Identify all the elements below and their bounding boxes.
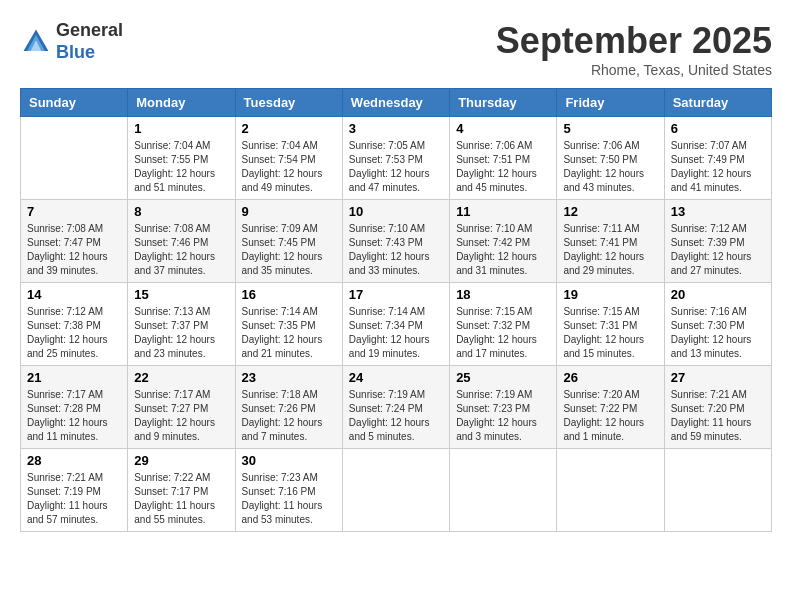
calendar-cell bbox=[342, 449, 449, 532]
day-number: 26 bbox=[563, 370, 657, 385]
calendar-cell: 22Sunrise: 7:17 AMSunset: 7:27 PMDayligh… bbox=[128, 366, 235, 449]
logo-general-text: General bbox=[56, 20, 123, 40]
day-number: 27 bbox=[671, 370, 765, 385]
day-info: Sunrise: 7:06 AMSunset: 7:51 PMDaylight:… bbox=[456, 139, 550, 195]
logo: General Blue bbox=[20, 20, 123, 63]
calendar-cell: 13Sunrise: 7:12 AMSunset: 7:39 PMDayligh… bbox=[664, 200, 771, 283]
day-number: 20 bbox=[671, 287, 765, 302]
calendar-cell: 8Sunrise: 7:08 AMSunset: 7:46 PMDaylight… bbox=[128, 200, 235, 283]
logo-blue-text: Blue bbox=[56, 42, 95, 62]
day-info: Sunrise: 7:10 AMSunset: 7:43 PMDaylight:… bbox=[349, 222, 443, 278]
weekday-header: Wednesday bbox=[342, 89, 449, 117]
calendar-cell: 14Sunrise: 7:12 AMSunset: 7:38 PMDayligh… bbox=[21, 283, 128, 366]
calendar-table: SundayMondayTuesdayWednesdayThursdayFrid… bbox=[20, 88, 772, 532]
day-info: Sunrise: 7:11 AMSunset: 7:41 PMDaylight:… bbox=[563, 222, 657, 278]
day-number: 2 bbox=[242, 121, 336, 136]
day-info: Sunrise: 7:15 AMSunset: 7:32 PMDaylight:… bbox=[456, 305, 550, 361]
day-info: Sunrise: 7:08 AMSunset: 7:46 PMDaylight:… bbox=[134, 222, 228, 278]
day-info: Sunrise: 7:21 AMSunset: 7:19 PMDaylight:… bbox=[27, 471, 121, 527]
title-block: September 2025 Rhome, Texas, United Stat… bbox=[496, 20, 772, 78]
calendar-cell: 19Sunrise: 7:15 AMSunset: 7:31 PMDayligh… bbox=[557, 283, 664, 366]
day-info: Sunrise: 7:04 AMSunset: 7:54 PMDaylight:… bbox=[242, 139, 336, 195]
calendar-cell: 25Sunrise: 7:19 AMSunset: 7:23 PMDayligh… bbox=[450, 366, 557, 449]
day-number: 24 bbox=[349, 370, 443, 385]
day-number: 1 bbox=[134, 121, 228, 136]
calendar-cell: 10Sunrise: 7:10 AMSunset: 7:43 PMDayligh… bbox=[342, 200, 449, 283]
logo-icon bbox=[20, 26, 52, 58]
calendar-cell: 16Sunrise: 7:14 AMSunset: 7:35 PMDayligh… bbox=[235, 283, 342, 366]
day-info: Sunrise: 7:20 AMSunset: 7:22 PMDaylight:… bbox=[563, 388, 657, 444]
day-number: 12 bbox=[563, 204, 657, 219]
day-number: 28 bbox=[27, 453, 121, 468]
day-number: 10 bbox=[349, 204, 443, 219]
calendar-cell: 27Sunrise: 7:21 AMSunset: 7:20 PMDayligh… bbox=[664, 366, 771, 449]
calendar-week-row: 28Sunrise: 7:21 AMSunset: 7:19 PMDayligh… bbox=[21, 449, 772, 532]
day-number: 11 bbox=[456, 204, 550, 219]
calendar-cell: 9Sunrise: 7:09 AMSunset: 7:45 PMDaylight… bbox=[235, 200, 342, 283]
day-number: 16 bbox=[242, 287, 336, 302]
day-info: Sunrise: 7:12 AMSunset: 7:38 PMDaylight:… bbox=[27, 305, 121, 361]
calendar-cell: 15Sunrise: 7:13 AMSunset: 7:37 PMDayligh… bbox=[128, 283, 235, 366]
day-info: Sunrise: 7:15 AMSunset: 7:31 PMDaylight:… bbox=[563, 305, 657, 361]
location: Rhome, Texas, United States bbox=[496, 62, 772, 78]
day-number: 19 bbox=[563, 287, 657, 302]
calendar-cell: 28Sunrise: 7:21 AMSunset: 7:19 PMDayligh… bbox=[21, 449, 128, 532]
calendar-cell: 30Sunrise: 7:23 AMSunset: 7:16 PMDayligh… bbox=[235, 449, 342, 532]
weekday-header: Monday bbox=[128, 89, 235, 117]
calendar-cell bbox=[21, 117, 128, 200]
day-info: Sunrise: 7:06 AMSunset: 7:50 PMDaylight:… bbox=[563, 139, 657, 195]
day-info: Sunrise: 7:05 AMSunset: 7:53 PMDaylight:… bbox=[349, 139, 443, 195]
calendar-cell bbox=[557, 449, 664, 532]
calendar-cell: 23Sunrise: 7:18 AMSunset: 7:26 PMDayligh… bbox=[235, 366, 342, 449]
day-number: 7 bbox=[27, 204, 121, 219]
day-number: 21 bbox=[27, 370, 121, 385]
day-info: Sunrise: 7:14 AMSunset: 7:34 PMDaylight:… bbox=[349, 305, 443, 361]
day-info: Sunrise: 7:09 AMSunset: 7:45 PMDaylight:… bbox=[242, 222, 336, 278]
day-number: 3 bbox=[349, 121, 443, 136]
day-info: Sunrise: 7:07 AMSunset: 7:49 PMDaylight:… bbox=[671, 139, 765, 195]
day-number: 17 bbox=[349, 287, 443, 302]
day-info: Sunrise: 7:21 AMSunset: 7:20 PMDaylight:… bbox=[671, 388, 765, 444]
day-number: 30 bbox=[242, 453, 336, 468]
day-number: 23 bbox=[242, 370, 336, 385]
day-number: 22 bbox=[134, 370, 228, 385]
day-info: Sunrise: 7:22 AMSunset: 7:17 PMDaylight:… bbox=[134, 471, 228, 527]
day-info: Sunrise: 7:12 AMSunset: 7:39 PMDaylight:… bbox=[671, 222, 765, 278]
calendar-cell bbox=[664, 449, 771, 532]
calendar-cell: 21Sunrise: 7:17 AMSunset: 7:28 PMDayligh… bbox=[21, 366, 128, 449]
weekday-header: Saturday bbox=[664, 89, 771, 117]
day-info: Sunrise: 7:17 AMSunset: 7:28 PMDaylight:… bbox=[27, 388, 121, 444]
calendar-cell: 2Sunrise: 7:04 AMSunset: 7:54 PMDaylight… bbox=[235, 117, 342, 200]
calendar-cell bbox=[450, 449, 557, 532]
weekday-header: Thursday bbox=[450, 89, 557, 117]
calendar-cell: 29Sunrise: 7:22 AMSunset: 7:17 PMDayligh… bbox=[128, 449, 235, 532]
day-info: Sunrise: 7:08 AMSunset: 7:47 PMDaylight:… bbox=[27, 222, 121, 278]
weekday-header: Sunday bbox=[21, 89, 128, 117]
day-info: Sunrise: 7:19 AMSunset: 7:23 PMDaylight:… bbox=[456, 388, 550, 444]
day-number: 8 bbox=[134, 204, 228, 219]
calendar-cell: 12Sunrise: 7:11 AMSunset: 7:41 PMDayligh… bbox=[557, 200, 664, 283]
day-number: 13 bbox=[671, 204, 765, 219]
calendar-week-row: 21Sunrise: 7:17 AMSunset: 7:28 PMDayligh… bbox=[21, 366, 772, 449]
calendar-cell: 20Sunrise: 7:16 AMSunset: 7:30 PMDayligh… bbox=[664, 283, 771, 366]
day-info: Sunrise: 7:14 AMSunset: 7:35 PMDaylight:… bbox=[242, 305, 336, 361]
calendar-cell: 26Sunrise: 7:20 AMSunset: 7:22 PMDayligh… bbox=[557, 366, 664, 449]
calendar-cell: 1Sunrise: 7:04 AMSunset: 7:55 PMDaylight… bbox=[128, 117, 235, 200]
weekday-header: Friday bbox=[557, 89, 664, 117]
day-info: Sunrise: 7:17 AMSunset: 7:27 PMDaylight:… bbox=[134, 388, 228, 444]
day-number: 4 bbox=[456, 121, 550, 136]
page-header: General Blue September 2025 Rhome, Texas… bbox=[20, 20, 772, 78]
day-number: 25 bbox=[456, 370, 550, 385]
day-info: Sunrise: 7:16 AMSunset: 7:30 PMDaylight:… bbox=[671, 305, 765, 361]
calendar-cell: 24Sunrise: 7:19 AMSunset: 7:24 PMDayligh… bbox=[342, 366, 449, 449]
calendar-week-row: 7Sunrise: 7:08 AMSunset: 7:47 PMDaylight… bbox=[21, 200, 772, 283]
weekday-header: Tuesday bbox=[235, 89, 342, 117]
calendar-cell: 7Sunrise: 7:08 AMSunset: 7:47 PMDaylight… bbox=[21, 200, 128, 283]
calendar-cell: 3Sunrise: 7:05 AMSunset: 7:53 PMDaylight… bbox=[342, 117, 449, 200]
day-number: 29 bbox=[134, 453, 228, 468]
calendar-week-row: 14Sunrise: 7:12 AMSunset: 7:38 PMDayligh… bbox=[21, 283, 772, 366]
day-info: Sunrise: 7:19 AMSunset: 7:24 PMDaylight:… bbox=[349, 388, 443, 444]
day-number: 5 bbox=[563, 121, 657, 136]
day-info: Sunrise: 7:04 AMSunset: 7:55 PMDaylight:… bbox=[134, 139, 228, 195]
calendar-week-row: 1Sunrise: 7:04 AMSunset: 7:55 PMDaylight… bbox=[21, 117, 772, 200]
